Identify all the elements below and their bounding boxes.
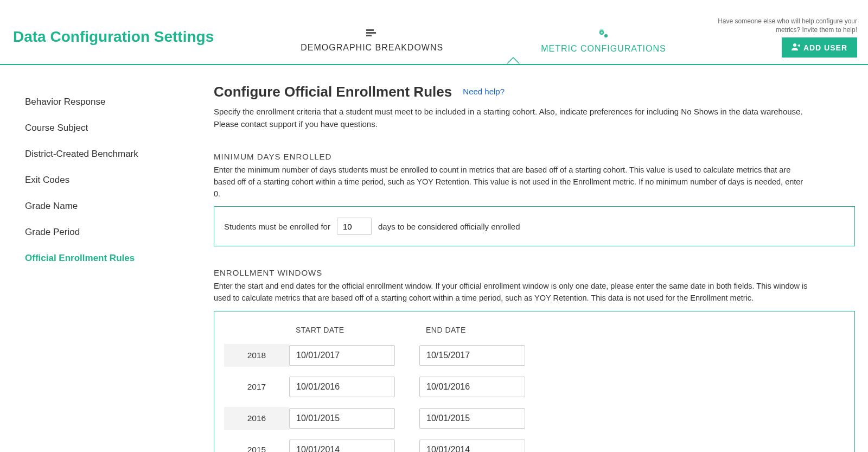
bar-chart-icon [366, 28, 378, 40]
section-description: Enter the minimum number of days student… [214, 164, 810, 200]
tab-label: METRIC CONFIGURATIONS [541, 44, 666, 54]
page-title: Data Configuration Settings [13, 7, 214, 46]
start-date-input[interactable] [289, 377, 395, 397]
start-date-input[interactable] [289, 440, 395, 452]
content: Behavior Response Course Subject Distric… [0, 73, 868, 452]
tabs: DEMOGRAPHIC BREAKDOWNS METRIC CONFIGURAT… [301, 7, 666, 54]
header-right: Have someone else who will help configur… [694, 7, 857, 58]
gears-icon [597, 28, 609, 41]
need-help-link[interactable]: Need help? [463, 87, 505, 96]
svg-rect-0 [366, 29, 374, 31]
start-date-input[interactable] [289, 408, 395, 429]
enrollment-table: YEAR START DATE END DATE 2018 [224, 322, 845, 452]
sidebar-item-exit-codes[interactable]: Exit Codes [25, 167, 203, 193]
year-cell: 2016 [224, 407, 289, 430]
main-title: Configure Official Enrollment Rules [214, 84, 452, 100]
year-cell: 2015 [224, 438, 289, 452]
add-user-label: ADD USER [803, 43, 847, 52]
tab-metric-configurations[interactable]: METRIC CONFIGURATIONS [541, 28, 666, 54]
table-row: 2017 [224, 371, 845, 403]
end-date-input[interactable] [419, 408, 525, 429]
tab-divider [0, 64, 868, 73]
year-cell: 2017 [224, 375, 289, 398]
minimum-days-panel: Students must be enrolled for days to be… [214, 206, 855, 246]
enrollment-windows-panel: YEAR START DATE END DATE 2018 [214, 311, 855, 452]
invite-text: Have someone else who will help configur… [694, 17, 857, 34]
sidebar-item-district-created-benchmark[interactable]: District-Created Benchmark [25, 141, 203, 167]
min-days-suffix: days to be considered officially enrolle… [378, 222, 520, 231]
add-user-button[interactable]: ADD USER [782, 37, 857, 58]
sidebar-item-grade-period[interactable]: Grade Period [25, 219, 203, 245]
column-header-end: END DATE [419, 326, 533, 334]
sidebar-item-official-enrollment-rules[interactable]: Official Enrollment Rules [25, 245, 203, 271]
column-header-start: START DATE [289, 326, 403, 334]
end-date-input[interactable] [419, 377, 525, 397]
end-date-input[interactable] [419, 440, 525, 452]
section-description: Enter the start and end dates for the of… [214, 281, 810, 304]
svg-rect-2 [366, 35, 372, 36]
table-row: 2015 [224, 434, 845, 452]
svg-rect-1 [366, 32, 376, 34]
table-row: 2018 [224, 340, 845, 371]
min-days-prefix: Students must be enrolled for [224, 222, 330, 231]
sidebar-item-grade-name[interactable]: Grade Name [25, 193, 203, 219]
section-heading: ENROLLMENT WINDOWS [214, 268, 855, 277]
year-cell: 2018 [224, 344, 289, 367]
add-user-icon [792, 43, 800, 52]
start-date-input[interactable] [289, 345, 395, 366]
section-enrollment-windows: ENROLLMENT WINDOWS Enter the start and e… [214, 268, 855, 452]
end-date-input[interactable] [419, 345, 525, 366]
svg-point-4 [793, 43, 796, 47]
table-row: 2016 [224, 403, 845, 434]
min-days-input[interactable] [337, 218, 372, 235]
sidebar-item-course-subject[interactable]: Course Subject [25, 115, 203, 141]
tab-label: DEMOGRAPHIC BREAKDOWNS [301, 43, 443, 53]
section-minimum-days: MINIMUM DAYS ENROLLED Enter the minimum … [214, 152, 855, 246]
header: Data Configuration Settings DEMOGRAPHIC … [0, 0, 868, 58]
section-heading: MINIMUM DAYS ENROLLED [214, 152, 855, 161]
main: Configure Official Enrollment Rules Need… [203, 84, 855, 452]
sidebar: Behavior Response Course Subject Distric… [13, 84, 203, 452]
main-description: Specify the enrollment criteria that a s… [214, 106, 810, 130]
tab-demographic-breakdowns[interactable]: DEMOGRAPHIC BREAKDOWNS [301, 28, 443, 54]
sidebar-item-behavior-response[interactable]: Behavior Response [25, 89, 203, 115]
